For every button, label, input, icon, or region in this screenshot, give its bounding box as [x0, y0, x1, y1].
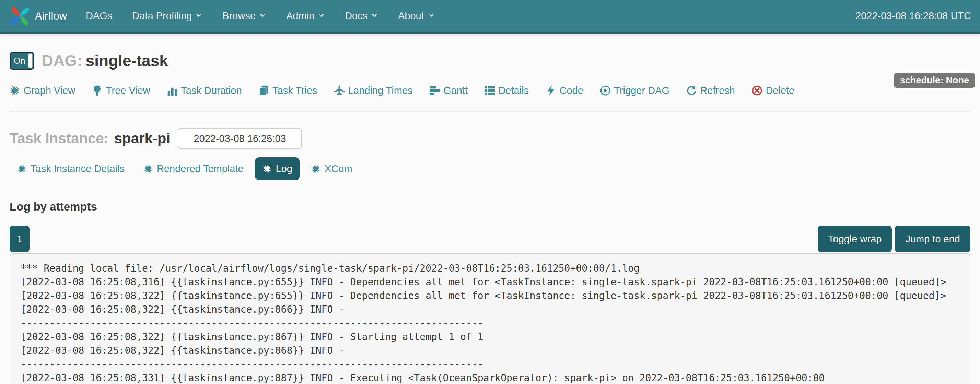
log-line: [2022-03-08 16:25:08,322] {{taskinstance… [21, 303, 959, 316]
toolbar-link-delete[interactable]: Delete [752, 85, 794, 96]
delete-icon [752, 86, 762, 96]
task-name: spark-pi [114, 130, 170, 147]
log-line: [2022-03-08 16:25:08,331] {{taskinstance… [21, 371, 959, 384]
gantt-icon [430, 86, 440, 96]
menu-item-docs[interactable]: Docs [335, 10, 388, 22]
jump-to-end-button[interactable]: Jump to end [895, 225, 970, 252]
log-line: [2022-03-08 16:25:08,316] {{taskinstance… [21, 275, 959, 289]
log-attempts-row: 1 Toggle wrap Jump to end [10, 225, 970, 252]
starburst-icon [17, 164, 27, 174]
refresh-icon [686, 86, 697, 96]
menu-item-about[interactable]: About [388, 10, 445, 22]
play-circle-icon [600, 86, 611, 96]
execution-date-input[interactable] [178, 128, 302, 149]
tab-xcom[interactable]: XCom [304, 157, 360, 180]
log-line: *** Reading local file: /usr/local/airfl… [21, 262, 959, 275]
menu-item-admin[interactable]: Admin [276, 10, 335, 22]
toolbar-link-refresh[interactable]: Refresh [686, 85, 735, 96]
airflow-brand[interactable]: Airflow [9, 5, 67, 27]
log-line: ----------------------------------------… [21, 358, 959, 371]
dag-name: single-task [86, 52, 168, 70]
attempts-row-spacer [30, 225, 815, 252]
plane-icon [334, 86, 345, 96]
toggle-wrap-button[interactable]: Toggle wrap [818, 225, 892, 252]
caret-down-icon [318, 12, 325, 19]
starburst-icon [311, 164, 321, 174]
log-by-attempts-heading: Log by attempts [10, 200, 970, 213]
dag-view-toolbar: Graph View Tree View Task Duration Task … [10, 85, 970, 96]
brand-label: Airflow [35, 10, 67, 22]
dag-header: On DAG:single-task [10, 51, 970, 70]
tree-icon [92, 86, 102, 96]
toolbar-link-details[interactable]: Details [485, 85, 529, 96]
starburst-icon [10, 86, 20, 96]
task-instance-label: Task Instance: [10, 130, 109, 147]
copy-icon [259, 86, 269, 96]
toolbar-link-tree-view[interactable]: Tree View [92, 85, 150, 96]
starburst-icon [262, 164, 272, 174]
top-navbar: Airflow DAGs Data Profiling Browse Admin… [0, 0, 980, 33]
log-line: [2022-03-08 16:25:08,322] {{taskinstance… [21, 344, 959, 358]
caret-down-icon [371, 12, 378, 19]
task-instance-tabs: Task Instance Details Rendered Template … [10, 157, 970, 180]
toolbar-link-graph-view[interactable]: Graph View [10, 85, 75, 96]
schedule-badge: schedule: None [894, 73, 975, 88]
toolbar-link-trigger-dag[interactable]: Trigger DAG [600, 85, 670, 96]
bolt-icon [546, 86, 556, 96]
tab-log[interactable]: Log [255, 157, 299, 180]
toolbar-link-code[interactable]: Code [546, 85, 583, 96]
utc-clock: 2022-03-08 16:28:08 UTC [856, 10, 971, 22]
dag-toggle-label: On [14, 56, 25, 66]
page-title: DAG:single-task [42, 51, 168, 70]
menu-item-dags[interactable]: DAGs [76, 10, 122, 22]
section-divider [10, 111, 970, 112]
toolbar-link-gantt[interactable]: Gantt [430, 85, 468, 96]
toolbar-link-landing-times[interactable]: Landing Times [334, 85, 413, 96]
tab-task-instance-details[interactable]: Task Instance Details [10, 157, 132, 180]
log-line: ----------------------------------------… [21, 316, 959, 330]
caret-down-icon [195, 12, 202, 19]
tab-rendered-template[interactable]: Rendered Template [136, 157, 251, 180]
bar-chart-icon [167, 86, 177, 96]
log-line: [2022-03-08 16:25:08,322] {{taskinstance… [21, 330, 959, 344]
toolbar-link-task-tries[interactable]: Task Tries [259, 85, 317, 96]
menu-item-data-profiling[interactable]: Data Profiling [122, 10, 212, 22]
task-instance-row: Task Instance: spark-pi [10, 128, 970, 149]
log-output-box: *** Reading local file: /usr/local/airfl… [10, 253, 970, 384]
attempt-1-tab[interactable]: 1 [10, 225, 30, 252]
page-content: schedule: None On DAG:single-task Graph … [0, 51, 980, 384]
airflow-pinwheel-logo-icon [9, 5, 31, 27]
list-icon [485, 86, 495, 96]
main-menu: DAGs Data Profiling Browse Admin Docs Ab… [76, 10, 445, 22]
menu-item-browse[interactable]: Browse [212, 10, 276, 22]
dag-pause-toggle[interactable]: On [10, 52, 34, 70]
caret-down-icon [259, 12, 266, 19]
log-line: [2022-03-08 16:25:08,322] {{taskinstance… [21, 289, 959, 303]
dag-title-prefix: DAG: [42, 52, 82, 70]
toolbar-link-task-duration[interactable]: Task Duration [167, 85, 242, 96]
caret-down-icon [428, 12, 435, 19]
starburst-icon [143, 164, 153, 174]
